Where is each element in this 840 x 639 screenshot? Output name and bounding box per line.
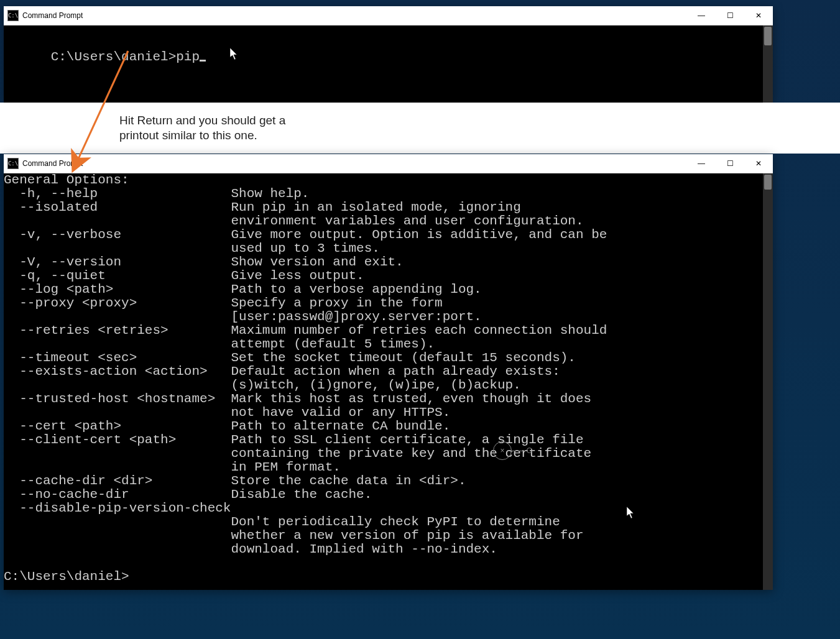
terminal-body-2[interactable]: General Options: -h, --helpShow help. --… bbox=[4, 173, 773, 590]
option-flag bbox=[4, 447, 231, 461]
option-description: in PEM format. bbox=[231, 461, 340, 474]
option-description: Default action when a path already exist… bbox=[231, 365, 560, 379]
option-flag: -h, --help bbox=[4, 187, 231, 201]
option-flag: --disable-pip-version-check bbox=[4, 502, 231, 515]
cmd-icon: C:\ bbox=[7, 158, 19, 169]
option-flag: --log <path> bbox=[4, 283, 231, 297]
option-description: [user:passwd@]proxy.server:port. bbox=[231, 310, 481, 324]
option-row: used up to 3 times. bbox=[4, 242, 773, 255]
titlebar-1: C:\ Command Prompt — ☐ ✕ bbox=[4, 6, 773, 25]
option-flag: -V, --version bbox=[4, 255, 231, 269]
option-description: Disable the cache. bbox=[231, 488, 372, 502]
option-flag: --client-cert <path> bbox=[4, 433, 231, 447]
option-description: containing the private key and the certi… bbox=[231, 447, 591, 461]
option-flag: --timeout <sec> bbox=[4, 351, 231, 365]
close-button[interactable]: ✕ bbox=[744, 6, 773, 25]
option-description: environment variables and user configura… bbox=[231, 214, 583, 228]
scrollbar-thumb[interactable] bbox=[764, 175, 772, 190]
option-row: environment variables and user configura… bbox=[4, 214, 773, 228]
option-flag: -v, --verbose bbox=[4, 228, 231, 242]
option-flag bbox=[4, 461, 231, 474]
option-row: --disable-pip-version-check bbox=[4, 502, 773, 515]
option-flag: -q, --quiet bbox=[4, 269, 231, 283]
window-title-2: Command Prompt bbox=[22, 159, 83, 168]
scrollbar-thumb[interactable] bbox=[764, 27, 772, 45]
option-description: Path to a verbose appending log. bbox=[231, 283, 481, 297]
option-row: --isolatedRun pip in an isolated mode, i… bbox=[4, 201, 773, 214]
option-row: --exists-action <action>Default action w… bbox=[4, 365, 773, 379]
option-row: attempt (default 5 times). bbox=[4, 338, 773, 351]
option-description: Give less output. bbox=[231, 269, 364, 283]
option-flag: --proxy <proxy> bbox=[4, 297, 231, 310]
option-flag: --no-cache-dir bbox=[4, 488, 231, 502]
option-description: (s)witch, (i)gnore, (w)ipe, (b)ackup. bbox=[231, 379, 520, 392]
minimize-button[interactable]: — bbox=[687, 154, 716, 173]
instruction-band: Hit Return and you should get a printout… bbox=[0, 103, 840, 154]
option-description: Store the cache data in <dir>. bbox=[231, 474, 466, 488]
option-description: Run pip in an isolated mode, ignoring bbox=[231, 201, 520, 214]
option-row: [user:passwd@]proxy.server:port. bbox=[4, 310, 773, 324]
window-title-1: Command Prompt bbox=[22, 11, 83, 20]
option-row: (s)witch, (i)gnore, (w)ipe, (b)ackup. bbox=[4, 379, 773, 392]
titlebar-2: C:\ Command Prompt — ☐ ✕ bbox=[4, 154, 773, 173]
scrollbar-1[interactable] bbox=[763, 25, 773, 114]
option-flag bbox=[4, 214, 231, 228]
instruction-text: Hit Return and you should get a printout… bbox=[119, 113, 285, 143]
option-description: Mark this host as trusted, even though i… bbox=[231, 392, 591, 406]
option-description: Don't periodically check PyPI to determi… bbox=[231, 515, 560, 529]
option-row: -q, --quietGive less output. bbox=[4, 269, 773, 283]
option-row: --no-cache-dirDisable the cache. bbox=[4, 488, 773, 502]
option-flag bbox=[4, 406, 231, 420]
cmd-icon: C:\ bbox=[7, 10, 19, 21]
minimize-button[interactable]: — bbox=[687, 6, 716, 25]
option-flag bbox=[4, 515, 231, 529]
maximize-button[interactable]: ☐ bbox=[716, 154, 744, 173]
close-button[interactable]: ✕ bbox=[744, 154, 773, 173]
option-row: not have valid or any HTTPS. bbox=[4, 406, 773, 420]
option-row: -h, --helpShow help. bbox=[4, 187, 773, 201]
option-description: Path to SSL client certificate, a single… bbox=[231, 433, 583, 447]
option-row: --timeout <sec>Set the socket timeout (d… bbox=[4, 351, 773, 365]
option-row: --proxy <proxy>Specify a proxy in the fo… bbox=[4, 297, 773, 310]
option-flag bbox=[4, 529, 231, 543]
option-row: download. Implied with --no-index. bbox=[4, 543, 773, 556]
option-row: -V, --versionShow version and exit. bbox=[4, 255, 773, 269]
option-row: --client-cert <path>Path to SSL client c… bbox=[4, 433, 773, 447]
option-row: --cert <path>Path to alternate CA bundle… bbox=[4, 420, 773, 433]
option-flag: --isolated bbox=[4, 201, 231, 214]
option-row: in PEM format. bbox=[4, 461, 773, 474]
prompt-text: C:\Users\daniel> bbox=[4, 570, 773, 584]
option-flag bbox=[4, 310, 231, 324]
option-flag: --trusted-host <hostname> bbox=[4, 392, 231, 406]
option-description: Show help. bbox=[231, 187, 309, 201]
option-row: --retries <retries>Maximum number of ret… bbox=[4, 324, 773, 338]
scrollbar-2[interactable] bbox=[763, 173, 773, 590]
typed-command: pip bbox=[176, 50, 200, 64]
option-description: used up to 3 times. bbox=[231, 242, 379, 255]
option-flag bbox=[4, 242, 231, 255]
terminal-body-1[interactable]: C:\Users\daniel>pip bbox=[4, 25, 773, 114]
option-flag bbox=[4, 338, 231, 351]
option-row: --cache-dir <dir>Store the cache data in… bbox=[4, 474, 773, 488]
option-description: Give more output. Option is additive, an… bbox=[231, 228, 607, 242]
option-row: Don't periodically check PyPI to determi… bbox=[4, 515, 773, 529]
option-row: whether a new version of pip is availabl… bbox=[4, 529, 773, 543]
option-row: --trusted-host <hostname>Mark this host … bbox=[4, 392, 773, 406]
option-description: not have valid or any HTTPS. bbox=[231, 406, 450, 420]
option-row: --log <path>Path to a verbose appending … bbox=[4, 283, 773, 297]
option-flag: --retries <retries> bbox=[4, 324, 231, 338]
options-header: General Options: bbox=[4, 173, 773, 187]
option-flag: --exists-action <action> bbox=[4, 365, 231, 379]
option-description: Show version and exit. bbox=[231, 255, 403, 269]
option-description: Set the socket timeout (default 15 secon… bbox=[231, 351, 576, 365]
blank-line bbox=[4, 556, 773, 570]
option-row: containing the private key and the certi… bbox=[4, 447, 773, 461]
option-flag bbox=[4, 543, 231, 556]
option-flag bbox=[4, 379, 231, 392]
option-flag: --cache-dir <dir> bbox=[4, 474, 231, 488]
cmd-window-1: C:\ Command Prompt — ☐ ✕ C:\Users\daniel… bbox=[4, 6, 773, 103]
option-description: Specify a proxy in the form bbox=[231, 297, 442, 310]
maximize-button[interactable]: ☐ bbox=[716, 6, 744, 25]
option-flag: --cert <path> bbox=[4, 420, 231, 433]
cmd-window-2: C:\ Command Prompt — ☐ ✕ General Options… bbox=[4, 154, 773, 589]
